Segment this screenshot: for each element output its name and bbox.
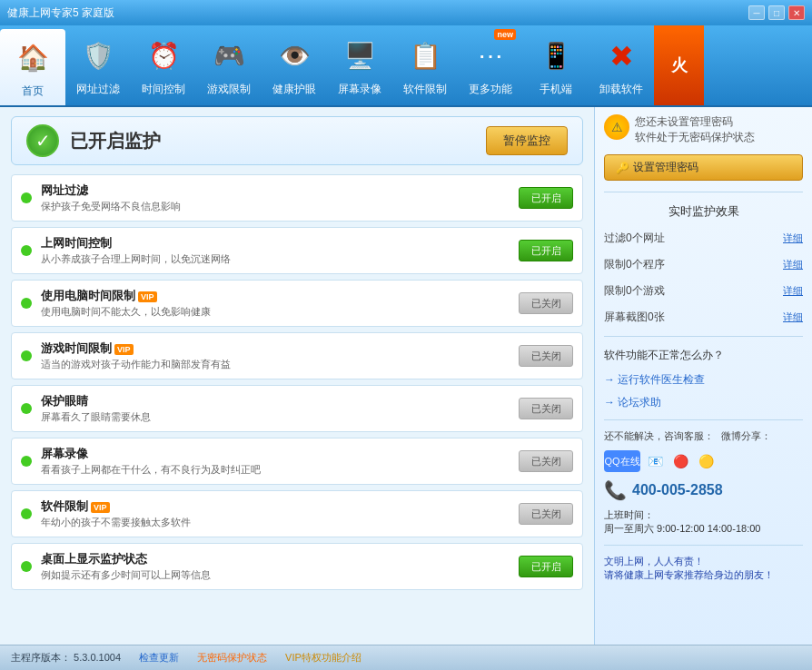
screen-icon: 🖥️ xyxy=(338,34,381,78)
nav-item-screen[interactable]: 🖥️ 屏幕录像 xyxy=(327,25,392,105)
software-limit-toggle[interactable]: 已关闭 xyxy=(519,503,573,525)
stats-section-title: 实时监护效果 xyxy=(604,203,803,220)
pause-monitoring-button[interactable]: 暂停监控 xyxy=(486,126,568,155)
weibo-button[interactable]: 🔴 xyxy=(669,450,691,472)
stat-program-label: 限制0个程序 xyxy=(604,257,665,272)
nav-label-phone: 手机端 xyxy=(540,82,572,97)
nav-item-software[interactable]: 📋 软件限制 xyxy=(392,25,458,105)
feature-desc: 适当的游戏对孩子动作能力和脑部发育有益 xyxy=(41,358,510,371)
status-bar: ✓ 已开启监护 暂停监控 xyxy=(11,116,583,165)
stat-game-label: 限制0个游戏 xyxy=(604,283,665,299)
feature-name: 屏幕录像 xyxy=(41,446,510,462)
feature-desc: 使用电脑时间不能太久，以免影响健康 xyxy=(41,305,510,319)
minimize-button[interactable]: ─ xyxy=(748,5,765,20)
maximize-button[interactable]: □ xyxy=(768,5,785,20)
feature-eye-protect: 保护眼睛 屏幕看久了眼睛需要休息 已关闭 xyxy=(11,385,583,432)
stat-game: 限制0个游戏 详细 xyxy=(604,281,803,301)
check-update-button[interactable]: 检查更新 xyxy=(139,651,179,665)
feature-dot xyxy=(21,298,32,309)
feature-info: 桌面上显示监护状态 例如提示还有多少时间可以上网等信息 xyxy=(41,551,510,582)
stat-program: 限制0个程序 详细 xyxy=(604,255,803,274)
feature-dot xyxy=(21,350,32,361)
url-filter-toggle[interactable]: 已开启 xyxy=(519,187,573,209)
nav-label-software: 软件限制 xyxy=(403,82,447,97)
stat-game-detail-link[interactable]: 详细 xyxy=(783,284,803,298)
nav-label-uninstall: 卸载软件 xyxy=(599,82,643,97)
nav-item-filter[interactable]: 🛡️ 网址过滤 xyxy=(65,25,131,105)
share-button[interactable]: 🟡 xyxy=(695,450,717,472)
doctor-link[interactable]: → 运行软件医生检查 xyxy=(604,372,803,388)
nav-item-time[interactable]: ⏰ 时间控制 xyxy=(131,25,196,105)
feature-name: 软件限制VIP xyxy=(41,498,510,515)
phone-icon: 📱 xyxy=(534,34,578,78)
software-icon: 📋 xyxy=(403,34,447,78)
nav-item-uninstall[interactable]: ✖ 卸载软件 xyxy=(589,25,654,105)
vip-tag: VIP xyxy=(138,291,157,302)
version-number: 5.3.0.1004 xyxy=(74,652,121,663)
computer-time-toggle[interactable]: 已关闭 xyxy=(519,292,573,314)
help-title: 软件功能不正常怎么办？ xyxy=(604,348,803,363)
vip-features-link[interactable]: VIP特权功能介绍 xyxy=(285,651,361,665)
nav-label-more: 更多功能 xyxy=(469,82,512,97)
time-icon: ⏰ xyxy=(142,34,185,78)
nav-item-more[interactable]: new ⋯ 更多功能 xyxy=(458,25,523,105)
set-password-button[interactable]: 🔑 设置管理密码 xyxy=(604,154,803,181)
eye-icon: 👁️ xyxy=(272,34,316,78)
new-badge: new xyxy=(494,29,516,40)
desktop-status-toggle[interactable]: 已开启 xyxy=(519,556,573,577)
window-title: 健康上网专家5 家庭版 xyxy=(7,5,114,21)
feature-info: 屏幕录像 看看孩子上网都在干什么，有不良行为及时纠正吧 xyxy=(41,446,510,477)
online-time-toggle[interactable]: 已开启 xyxy=(519,240,573,261)
nav-label-time: 时间控制 xyxy=(142,82,185,97)
monitoring-status-label: 已开启监护 xyxy=(70,129,161,153)
qq-online-button[interactable]: QQ在线 xyxy=(604,450,640,472)
feature-online-time: 上网时间控制 从小养成孩子合理上网时间，以免沉迷网络 已开启 xyxy=(11,227,583,274)
feature-info: 上网时间控制 从小养成孩子合理上网时间，以免沉迷网络 xyxy=(41,235,510,266)
stat-screenshot: 屏幕截图0张 详细 xyxy=(604,308,803,327)
stat-url-label: 过滤0个网址 xyxy=(604,231,665,246)
nav-item-phone[interactable]: 📱 手机端 xyxy=(523,25,589,105)
nav-item-home[interactable]: 🏠 首页 xyxy=(0,29,65,105)
divider2 xyxy=(604,336,803,337)
feature-desc: 例如提示还有多少时间可以上网等信息 xyxy=(41,568,510,582)
forum-link[interactable]: → 论坛求助 xyxy=(604,395,803,410)
divider4 xyxy=(604,545,803,546)
feature-info: 使用电脑时间限制VIP 使用电脑时间不能太久，以免影响健康 xyxy=(41,288,510,319)
contact-label: 还不能解决，咨询客服： xyxy=(604,429,714,443)
stat-url-detail-link[interactable]: 详细 xyxy=(783,232,803,245)
set-password-label: 设置管理密码 xyxy=(633,160,698,175)
promo-message: 文明上网，人人有责！请将健康上网专家推荐给身边的朋友！ xyxy=(604,555,803,582)
nav-label-eye: 健康护眼 xyxy=(272,82,316,97)
nav-label-filter: 网址过滤 xyxy=(76,82,120,97)
feature-desc: 保护孩子免受网络不良信息影响 xyxy=(41,200,510,213)
email-button[interactable]: 📧 xyxy=(644,450,666,472)
promo-text: 火 xyxy=(671,54,688,76)
feature-game-time: 游戏时间限制VIP 适当的游戏对孩子动作能力和脑部发育有益 已关闭 xyxy=(11,332,583,379)
nav-item-game[interactable]: 🎮 游戏限制 xyxy=(196,25,262,105)
contact-icons-row: QQ在线 📧 🔴 🟡 xyxy=(604,450,803,472)
stat-screenshot-label: 屏幕截图0张 xyxy=(604,310,665,325)
feature-screen-record: 屏幕录像 看看孩子上网都在干什么，有不良行为及时纠正吧 已关闭 xyxy=(11,438,583,485)
password-warning: ⚠ 您还未设置管理密码 软件处于无密码保护状态 xyxy=(604,114,803,145)
promo-banner[interactable]: 火 xyxy=(654,25,704,105)
close-button[interactable]: ✕ xyxy=(788,5,805,20)
nav-label-screen: 屏幕录像 xyxy=(338,82,381,97)
eye-protect-toggle[interactable]: 已关闭 xyxy=(519,398,573,419)
stat-program-detail-link[interactable]: 详细 xyxy=(783,258,803,271)
feature-dot xyxy=(21,561,32,572)
service-hours: 上班时间：周一至周六 9:00-12:00 14:00-18:00 xyxy=(604,508,803,536)
feature-name: 游戏时间限制VIP xyxy=(41,340,510,357)
stat-screenshot-detail-link[interactable]: 详细 xyxy=(783,310,803,324)
game-time-toggle[interactable]: 已关闭 xyxy=(519,345,573,367)
uninstall-icon: ✖ xyxy=(599,34,643,78)
screen-record-toggle[interactable]: 已关闭 xyxy=(519,450,573,472)
monitoring-status-icon: ✓ xyxy=(26,124,59,157)
nav-item-eye[interactable]: 👁️ 健康护眼 xyxy=(262,25,327,105)
warning-line1: 您还未设置管理密码 xyxy=(635,114,755,130)
right-panel: ⚠ 您还未设置管理密码 软件处于无密码保护状态 🔑 设置管理密码 实时监护效果 … xyxy=(594,107,812,645)
no-password-warning-link[interactable]: 无密码保护状态 xyxy=(197,651,267,665)
version-label: 主程序版本： 5.3.0.1004 xyxy=(11,651,121,665)
warning-icon: ⚠ xyxy=(604,114,629,140)
phone-number: 400-005-2858 xyxy=(632,482,723,498)
warning-text: 您还未设置管理密码 软件处于无密码保护状态 xyxy=(635,114,755,145)
